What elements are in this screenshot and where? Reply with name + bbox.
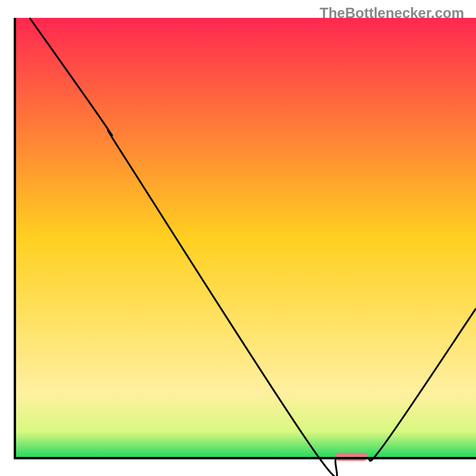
optimal-marker [336,453,368,461]
watermark-text: TheBottlenecker.com [320,5,464,21]
gradient-background [15,18,476,458]
chart-container: TheBottlenecker.com [0,0,476,476]
bottleneck-chart [0,0,476,476]
